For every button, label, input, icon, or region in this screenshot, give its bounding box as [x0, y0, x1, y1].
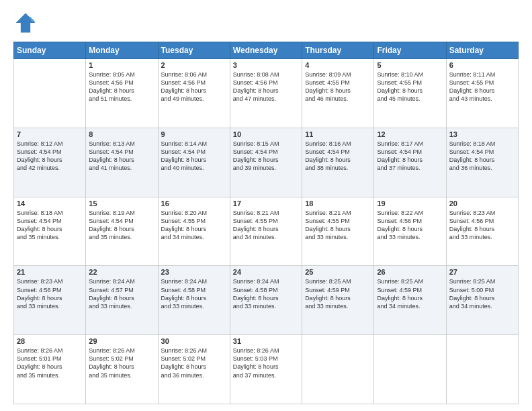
- calendar-cell: 22Sunrise: 8:24 AM Sunset: 4:57 PM Dayli…: [86, 266, 158, 335]
- day-number: 7: [17, 130, 83, 138]
- cell-info: Sunrise: 8:12 AM Sunset: 4:54 PM Dayligh…: [17, 140, 83, 173]
- day-number: 28: [17, 337, 83, 345]
- calendar-cell: 3Sunrise: 8:08 AM Sunset: 4:56 PM Daylig…: [230, 59, 302, 128]
- cell-info: Sunrise: 8:17 AM Sunset: 4:54 PM Dayligh…: [377, 140, 443, 173]
- calendar-cell: 7Sunrise: 8:12 AM Sunset: 4:54 PM Daylig…: [14, 128, 86, 197]
- cell-info: Sunrise: 8:09 AM Sunset: 4:55 PM Dayligh…: [305, 71, 371, 103]
- day-number: 3: [233, 61, 299, 69]
- day-number: 21: [17, 268, 83, 276]
- cell-info: Sunrise: 8:26 AM Sunset: 5:02 PM Dayligh…: [161, 347, 227, 379]
- calendar-table: SundayMondayTuesdayWednesdayThursdayFrid…: [13, 42, 519, 404]
- cell-info: Sunrise: 8:16 AM Sunset: 4:54 PM Dayligh…: [305, 140, 371, 173]
- day-number: 22: [89, 268, 154, 276]
- cell-info: Sunrise: 8:21 AM Sunset: 4:55 PM Dayligh…: [233, 209, 299, 242]
- calendar-cell: 19Sunrise: 8:22 AM Sunset: 4:56 PM Dayli…: [374, 197, 446, 266]
- calendar-cell: 25Sunrise: 8:25 AM Sunset: 4:59 PM Dayli…: [302, 266, 374, 335]
- calendar-cell: 11Sunrise: 8:16 AM Sunset: 4:54 PM Dayli…: [302, 128, 374, 197]
- day-number: 23: [161, 268, 227, 276]
- week-row-4: 21Sunrise: 8:23 AM Sunset: 4:56 PM Dayli…: [14, 266, 519, 335]
- calendar-cell: 30Sunrise: 8:26 AM Sunset: 5:02 PM Dayli…: [158, 335, 230, 404]
- calendar-cell: 21Sunrise: 8:23 AM Sunset: 4:56 PM Dayli…: [14, 266, 86, 335]
- cell-info: Sunrise: 8:23 AM Sunset: 4:56 PM Dayligh…: [17, 277, 83, 310]
- cell-info: Sunrise: 8:05 AM Sunset: 4:56 PM Dayligh…: [89, 71, 154, 103]
- weekday-header-thursday: Thursday: [302, 42, 374, 59]
- calendar-cell: 18Sunrise: 8:21 AM Sunset: 4:55 PM Dayli…: [302, 197, 374, 266]
- calendar-cell: 17Sunrise: 8:21 AM Sunset: 4:55 PM Dayli…: [230, 197, 302, 266]
- cell-info: Sunrise: 8:18 AM Sunset: 4:54 PM Dayligh…: [449, 140, 515, 173]
- calendar-cell: 26Sunrise: 8:25 AM Sunset: 4:59 PM Dayli…: [374, 266, 446, 335]
- calendar-cell: 10Sunrise: 8:15 AM Sunset: 4:54 PM Dayli…: [230, 128, 302, 197]
- cell-info: Sunrise: 8:18 AM Sunset: 4:54 PM Dayligh…: [17, 209, 83, 242]
- calendar-cell: 28Sunrise: 8:26 AM Sunset: 5:01 PM Dayli…: [14, 335, 86, 404]
- cell-info: Sunrise: 8:19 AM Sunset: 4:54 PM Dayligh…: [89, 209, 154, 242]
- day-number: 2: [161, 61, 227, 69]
- calendar-cell: 23Sunrise: 8:24 AM Sunset: 4:58 PM Dayli…: [158, 266, 230, 335]
- day-number: 30: [161, 337, 227, 345]
- cell-info: Sunrise: 8:24 AM Sunset: 4:58 PM Dayligh…: [161, 277, 227, 310]
- week-row-3: 14Sunrise: 8:18 AM Sunset: 4:54 PM Dayli…: [14, 197, 519, 266]
- weekday-header-saturday: Saturday: [446, 42, 518, 59]
- calendar-cell: 16Sunrise: 8:20 AM Sunset: 4:55 PM Dayli…: [158, 197, 230, 266]
- day-number: 26: [377, 268, 443, 276]
- cell-info: Sunrise: 8:25 AM Sunset: 5:00 PM Dayligh…: [449, 277, 515, 310]
- calendar-cell: 20Sunrise: 8:23 AM Sunset: 4:56 PM Dayli…: [446, 197, 518, 266]
- day-number: 15: [89, 199, 154, 208]
- calendar-cell: 31Sunrise: 8:26 AM Sunset: 5:03 PM Dayli…: [230, 335, 302, 404]
- day-number: 17: [233, 199, 299, 208]
- day-number: 25: [305, 268, 371, 276]
- calendar-header-row: SundayMondayTuesdayWednesdayThursdayFrid…: [14, 42, 519, 59]
- cell-info: Sunrise: 8:26 AM Sunset: 5:03 PM Dayligh…: [233, 347, 299, 379]
- day-number: 8: [89, 130, 154, 138]
- day-number: 6: [449, 61, 515, 69]
- day-number: 27: [449, 268, 515, 276]
- week-row-2: 7Sunrise: 8:12 AM Sunset: 4:54 PM Daylig…: [14, 128, 519, 197]
- weekday-header-tuesday: Tuesday: [158, 42, 230, 59]
- day-number: 9: [161, 130, 227, 138]
- calendar-cell: 2Sunrise: 8:06 AM Sunset: 4:56 PM Daylig…: [158, 59, 230, 128]
- calendar-cell: [302, 335, 374, 404]
- day-number: 14: [17, 199, 83, 208]
- calendar-cell: 5Sunrise: 8:10 AM Sunset: 4:55 PM Daylig…: [374, 59, 446, 128]
- cell-info: Sunrise: 8:25 AM Sunset: 4:59 PM Dayligh…: [377, 277, 443, 310]
- day-number: 19: [377, 199, 443, 208]
- calendar-cell: 12Sunrise: 8:17 AM Sunset: 4:54 PM Dayli…: [374, 128, 446, 197]
- logo: [13, 11, 42, 35]
- day-number: 5: [377, 61, 443, 69]
- cell-info: Sunrise: 8:08 AM Sunset: 4:56 PM Dayligh…: [233, 71, 299, 103]
- calendar-cell: [14, 59, 86, 128]
- weekday-header-wednesday: Wednesday: [230, 42, 302, 59]
- day-number: 12: [377, 130, 443, 138]
- calendar-cell: 29Sunrise: 8:26 AM Sunset: 5:02 PM Dayli…: [86, 335, 158, 404]
- calendar-cell: 4Sunrise: 8:09 AM Sunset: 4:55 PM Daylig…: [302, 59, 374, 128]
- cell-info: Sunrise: 8:15 AM Sunset: 4:54 PM Dayligh…: [233, 140, 299, 173]
- day-number: 18: [305, 199, 371, 208]
- cell-info: Sunrise: 8:26 AM Sunset: 5:02 PM Dayligh…: [89, 347, 154, 379]
- calendar-cell: 14Sunrise: 8:18 AM Sunset: 4:54 PM Dayli…: [14, 197, 86, 266]
- cell-info: Sunrise: 8:13 AM Sunset: 4:54 PM Dayligh…: [89, 140, 154, 173]
- cell-info: Sunrise: 8:20 AM Sunset: 4:55 PM Dayligh…: [161, 209, 227, 242]
- day-number: 31: [233, 337, 299, 345]
- day-number: 11: [305, 130, 371, 138]
- logo-icon: [13, 11, 38, 35]
- week-row-1: 1Sunrise: 8:05 AM Sunset: 4:56 PM Daylig…: [14, 59, 519, 128]
- calendar-cell: 27Sunrise: 8:25 AM Sunset: 5:00 PM Dayli…: [446, 266, 518, 335]
- day-number: 24: [233, 268, 299, 276]
- cell-info: Sunrise: 8:06 AM Sunset: 4:56 PM Dayligh…: [161, 71, 227, 103]
- cell-info: Sunrise: 8:24 AM Sunset: 4:58 PM Dayligh…: [233, 277, 299, 310]
- day-number: 10: [233, 130, 299, 138]
- cell-info: Sunrise: 8:22 AM Sunset: 4:56 PM Dayligh…: [377, 209, 443, 242]
- header: [13, 11, 519, 35]
- calendar-cell: [374, 335, 446, 404]
- calendar-cell: 24Sunrise: 8:24 AM Sunset: 4:58 PM Dayli…: [230, 266, 302, 335]
- calendar-cell: 15Sunrise: 8:19 AM Sunset: 4:54 PM Dayli…: [86, 197, 158, 266]
- weekday-header-monday: Monday: [86, 42, 158, 59]
- weekday-header-friday: Friday: [374, 42, 446, 59]
- calendar-cell: [446, 335, 518, 404]
- page: SundayMondayTuesdayWednesdayThursdayFrid…: [0, 0, 532, 411]
- day-number: 4: [305, 61, 371, 69]
- calendar-cell: 13Sunrise: 8:18 AM Sunset: 4:54 PM Dayli…: [446, 128, 518, 197]
- cell-info: Sunrise: 8:14 AM Sunset: 4:54 PM Dayligh…: [161, 140, 227, 173]
- day-number: 29: [89, 337, 154, 345]
- calendar-cell: 1Sunrise: 8:05 AM Sunset: 4:56 PM Daylig…: [86, 59, 158, 128]
- cell-info: Sunrise: 8:11 AM Sunset: 4:55 PM Dayligh…: [449, 71, 515, 103]
